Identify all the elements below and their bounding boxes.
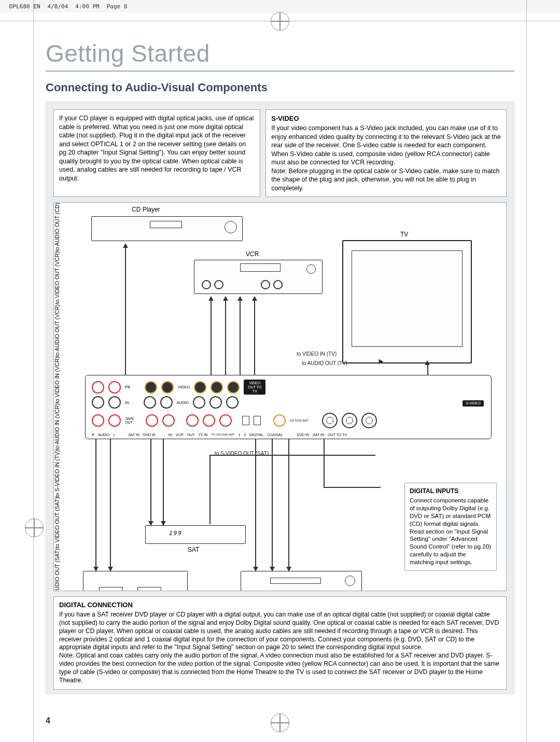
sat-label: SAT (188, 546, 199, 553)
cd-label: CD Player (132, 206, 160, 213)
bp-bot: DIGITAL (249, 433, 263, 437)
sat-receiver-device (145, 525, 246, 544)
wire (95, 439, 96, 571)
video-out-label: VIDEO OUT TO TV (244, 380, 265, 395)
svideo-jack-icon (322, 413, 338, 428)
registration-mark-top (271, 12, 289, 31)
title-rule (46, 71, 514, 72)
bp-bot: DVD IN (143, 433, 156, 437)
wire-label-audio-out-sat: to AUDIO OUT (SAT) (54, 549, 60, 591)
bp-label: AUDIO (177, 400, 189, 405)
vcr-jack-icon (261, 280, 270, 289)
svideo-jack-icon (361, 413, 377, 428)
rca-jack-icon (92, 414, 104, 427)
main-panel: If your CD player is equipped with digit… (46, 102, 514, 694)
wire (240, 300, 241, 376)
svideo-body: If your video component has a S-Video ja… (271, 124, 501, 192)
rca-jack-icon (144, 396, 156, 409)
wire (125, 247, 126, 376)
digital-connection-body: If you have a SAT receiver DVD player or… (59, 611, 501, 685)
vcr-jack-icon (273, 280, 283, 289)
bp-bot: DVD IN (297, 433, 309, 437)
wire (209, 455, 375, 456)
receiver-back-panel: PB VIDEO VIDEO OUT TO TV IN (85, 375, 492, 439)
tv-device (342, 240, 472, 363)
wire-label-video-in-vcr: to VIDEO IN (VCR) (54, 357, 60, 403)
optical-jack-icon (254, 416, 261, 425)
wire-label-video-out-vcr: to VIDEO OUT (VCR) (54, 251, 60, 304)
rca-jack-icon (108, 414, 121, 427)
vcr-jack-icon (214, 280, 223, 289)
wire (255, 439, 256, 571)
arrow-icon (425, 360, 430, 365)
bp-bot: SAT IN (313, 433, 324, 437)
vcr-jack-icon (202, 280, 211, 289)
wire-label-audio-out-tv: to AUDIO OUT (TV) (302, 360, 347, 366)
wire (150, 439, 151, 525)
wire-label-audio-out-vcr: to AUDIO OUT (VCR) (54, 304, 60, 357)
digital-inputs-body: Connect components capable of outputing … (410, 497, 492, 566)
chapter-title: Getting Started (46, 39, 514, 67)
digital-connection-box: DIGITAL CONNECTION If you have a SAT rec… (53, 596, 507, 690)
vcr-device (194, 260, 323, 294)
rca-jack-icon (219, 414, 232, 427)
rca-jack-icon (211, 381, 223, 394)
rca-jack-icon (226, 396, 239, 409)
rca-jack-icon (209, 396, 222, 409)
print-header: DPL680 EN 4/8/04 4:00 PM Page 8 (0, 0, 560, 12)
bp-label: IN (125, 400, 129, 405)
svideo-header-label: S-VIDEO (463, 400, 484, 407)
vcr-label: VCR (246, 250, 259, 258)
coax-jack-icon (273, 414, 286, 427)
rca-jack-icon (193, 396, 205, 409)
rca-jack-icon (194, 381, 206, 394)
wire (163, 439, 164, 525)
wire (225, 300, 226, 376)
rca-jack-icon (227, 381, 240, 394)
wire (324, 487, 381, 488)
digital-inputs-heading: DIGITAL INPUTS (410, 487, 492, 496)
bp-bot: L (113, 433, 115, 437)
bp-bot: OUT TO TV (328, 433, 347, 437)
svideo-note: S-VIDEO If your video component has a S-… (265, 109, 507, 197)
header-file: DPL680 EN (9, 3, 40, 10)
rca-jack-icon (92, 381, 104, 394)
bp-label: CD DVD SAT (290, 419, 309, 422)
bp-label: PB (125, 385, 130, 389)
bp-bot: OUT (187, 433, 195, 437)
bp-bot: SAT IN (128, 433, 139, 437)
digital-connection-heading: DIGITAL CONNECTION (59, 601, 501, 610)
rca-jack-icon (92, 396, 104, 409)
bp-bot: TV IN (198, 433, 207, 437)
bp-bot: IN (169, 433, 172, 437)
section-subtitle: Connecting to Audio-Visual Components (46, 81, 514, 94)
bp-bot: TV CD DVD SAT (211, 433, 234, 437)
digital-inputs-callout: DIGITAL INPUTS Connect components capabl… (404, 483, 497, 571)
bp-bot: VCR (176, 433, 184, 437)
bp-label: VIDEO (178, 385, 190, 389)
wire-label-video-out-sat: to VIDEO OUT (SAT) (54, 497, 60, 549)
cd-player-device (91, 216, 243, 241)
bp-bot: AUDIO (98, 433, 109, 437)
optical-jack-icon (242, 416, 249, 425)
wire (272, 439, 273, 571)
bp-bot: COAXIAL (267, 433, 283, 437)
wire (254, 300, 255, 376)
dvd-tray-icon (270, 578, 321, 584)
wire (110, 439, 111, 571)
rca-jack-icon (146, 414, 158, 427)
rca-jack-icon (108, 396, 121, 409)
dvd-player-device (241, 571, 362, 591)
rca-jack-icon (203, 414, 215, 427)
manual-page: DPL680 EN 4/8/04 4:00 PM Page 8 Getting … (0, 0, 560, 742)
cd-optical-note: If your CD player is equipped with digit… (53, 109, 260, 197)
wire (209, 455, 211, 524)
wire-label-svideo-in-tv: to S-VIDEO IN (TV) (54, 450, 60, 498)
content-area: Getting Started Connecting to Audio-Visu… (46, 39, 514, 721)
bp-label: TAPEOUT (125, 417, 134, 424)
tv-label: TV (400, 231, 408, 238)
rca-jack-icon (108, 381, 121, 394)
svideo-heading: S-VIDEO (271, 114, 501, 123)
page-number: 4 (46, 716, 50, 725)
tape-deck-device (83, 571, 188, 591)
